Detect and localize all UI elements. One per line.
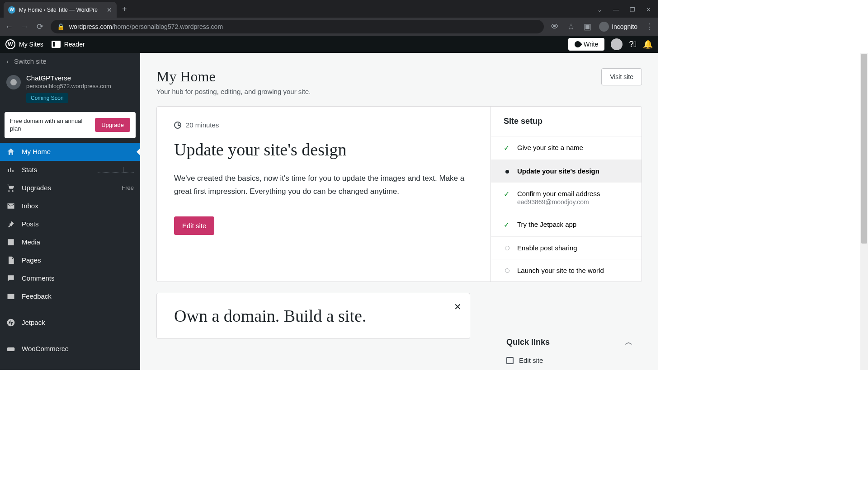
- panel-icon[interactable]: ▣: [583, 22, 592, 32]
- media-icon: [6, 238, 15, 247]
- visit-site-button[interactable]: Visit site: [601, 68, 642, 85]
- lock-icon: 🔒: [57, 23, 65, 30]
- page-subtitle: Your hub for posting, editing, and growi…: [156, 88, 601, 95]
- stats-icon: [6, 165, 15, 174]
- cart-icon: [6, 183, 15, 192]
- chevron-left-icon: ‹: [6, 57, 9, 65]
- setup-step-name[interactable]: ✓ Give your site a name: [491, 136, 642, 160]
- write-button[interactable]: Write: [568, 38, 604, 51]
- setup-step-launch[interactable]: Launch your site to the world: [491, 259, 642, 282]
- avatar[interactable]: [611, 38, 623, 50]
- my-sites-link[interactable]: W My Sites: [5, 39, 43, 49]
- upgrade-text: Free domain with an annual plan: [10, 117, 90, 133]
- site-url: personalblog572.wordpress.com: [26, 83, 134, 89]
- main-content: My Home Your hub for posting, editing, a…: [140, 53, 658, 370]
- nav-pages[interactable]: Pages: [0, 251, 140, 269]
- domain-promo-card: ✕ Own a domain. Build a site.: [156, 293, 470, 339]
- quick-links-title: Quick links: [506, 338, 550, 347]
- chevron-up-icon[interactable]: ︿: [625, 337, 633, 347]
- clock-icon: [174, 122, 181, 129]
- email-value: ead93869@moodjoy.com: [517, 198, 600, 206]
- quick-links-panel: Quick links ︿ Edit site: [506, 337, 633, 364]
- nav-stats[interactable]: Stats: [0, 161, 140, 179]
- switch-site-link[interactable]: ‹ Switch site: [0, 53, 140, 70]
- check-icon: ✓: [504, 144, 511, 152]
- setup-step-sharing[interactable]: Enable post sharing: [491, 236, 642, 259]
- tab-close-icon[interactable]: ✕: [107, 6, 112, 14]
- jetpack-icon: [6, 318, 15, 327]
- check-icon: ✓: [504, 221, 511, 229]
- browser-menu-icon[interactable]: ⋮: [645, 22, 654, 32]
- forward-button[interactable]: →: [20, 22, 29, 32]
- pages-icon: [6, 256, 15, 265]
- svg-point-0: [7, 319, 15, 326]
- new-tab-button[interactable]: +: [122, 5, 127, 14]
- edit-site-button[interactable]: Edit site: [174, 216, 214, 235]
- wp-admin-bar: W My Sites Reader Write ?⃝ 🔔: [0, 36, 658, 53]
- upgrade-button[interactable]: Upgrade: [95, 118, 130, 132]
- setup-step-design[interactable]: Update your site's design: [491, 160, 642, 182]
- url-input[interactable]: 🔒 wordpress.com/home/personalblog572.wor…: [51, 20, 544, 33]
- task-description: We've created the basics, now it's time …: [174, 172, 473, 198]
- close-icon[interactable]: ✕: [454, 301, 462, 312]
- setup-panels: 20 minutes Update your site's design We'…: [156, 106, 642, 282]
- comment-icon: [6, 274, 15, 283]
- quick-link-edit-site[interactable]: Edit site: [506, 357, 633, 364]
- window-controls: ⌄ ― ❐ ✕: [597, 6, 658, 18]
- nav-jetpack[interactable]: Jetpack: [0, 314, 140, 332]
- minimize-icon[interactable]: ―: [613, 6, 619, 13]
- browser-tab-strip: W My Home ‹ Site Title — WordPre ✕ + ⌄ ―…: [0, 0, 658, 18]
- nav-appearance[interactable]: Appearance: [0, 366, 140, 370]
- incognito-icon: [599, 22, 609, 32]
- page-title: My Home: [156, 68, 601, 85]
- reader-link[interactable]: Reader: [52, 41, 85, 48]
- time-estimate: 20 minutes: [174, 121, 473, 129]
- nav-feedback[interactable]: Feedback: [0, 287, 140, 305]
- mail-icon: [6, 202, 15, 211]
- pending-circle-icon: [505, 246, 509, 250]
- site-icon: [6, 75, 21, 89]
- woo-icon: [6, 344, 15, 353]
- nav-comments[interactable]: Comments: [0, 269, 140, 287]
- check-icon: ✓: [504, 190, 511, 198]
- setup-title: Site setup: [491, 107, 642, 136]
- maximize-icon[interactable]: ❐: [630, 6, 635, 13]
- setup-step-email[interactable]: ✓ Confirm your email address ead93869@mo…: [491, 182, 642, 213]
- wordpress-favicon: W: [8, 6, 15, 14]
- incognito-indicator[interactable]: Incognito: [599, 22, 637, 32]
- nav-woocommerce[interactable]: WooCommerce: [0, 340, 140, 358]
- setup-step-jetpack[interactable]: ✓ Try the Jetpack app: [491, 213, 642, 236]
- back-button[interactable]: ←: [5, 22, 14, 32]
- home-icon: [6, 147, 15, 156]
- free-badge: Free: [122, 184, 134, 191]
- nav-inbox[interactable]: Inbox: [0, 197, 140, 215]
- site-header[interactable]: ChatGPTverse personalblog572.wordpress.c…: [0, 70, 140, 108]
- sidebar: ‹ Switch site ChatGPTverse personalblog5…: [0, 53, 140, 370]
- tab-search-icon[interactable]: ⌄: [597, 6, 602, 13]
- edit-square-icon: [506, 357, 514, 364]
- nav-upgrades[interactable]: Upgrades Free: [0, 179, 140, 197]
- address-bar: ← → ⟳ 🔒 wordpress.com/home/personalblog5…: [0, 18, 658, 36]
- nav-my-home[interactable]: My Home: [0, 143, 140, 161]
- bookmark-icon[interactable]: ☆: [566, 22, 576, 32]
- domain-title: Own a domain. Build a site.: [174, 306, 453, 326]
- browser-tab[interactable]: W My Home ‹ Site Title — WordPre ✕: [4, 2, 117, 18]
- help-icon[interactable]: ?⃝: [629, 40, 637, 49]
- nav-posts[interactable]: Posts: [0, 215, 140, 233]
- close-window-icon[interactable]: ✕: [646, 6, 651, 13]
- svg-rect-1: [7, 347, 15, 351]
- tab-title: My Home ‹ Site Title — WordPre: [19, 7, 103, 13]
- reader-icon: [52, 41, 61, 48]
- task-panel: 20 minutes Update your site's design We'…: [157, 107, 491, 282]
- feedback-icon: [6, 292, 15, 301]
- coming-soon-badge: Coming Soon: [26, 93, 68, 103]
- current-dot-icon: [505, 170, 509, 174]
- site-setup-panel: Site setup ✓ Give your site a name Updat…: [491, 107, 642, 282]
- reload-button[interactable]: ⟳: [35, 22, 44, 32]
- pin-icon: [6, 220, 15, 229]
- upgrade-card: Free domain with an annual plan Upgrade: [5, 112, 136, 138]
- eye-off-icon[interactable]: 👁: [550, 22, 559, 32]
- notifications-icon[interactable]: 🔔: [643, 39, 653, 49]
- pending-circle-icon: [505, 268, 509, 273]
- nav-media[interactable]: Media: [0, 233, 140, 251]
